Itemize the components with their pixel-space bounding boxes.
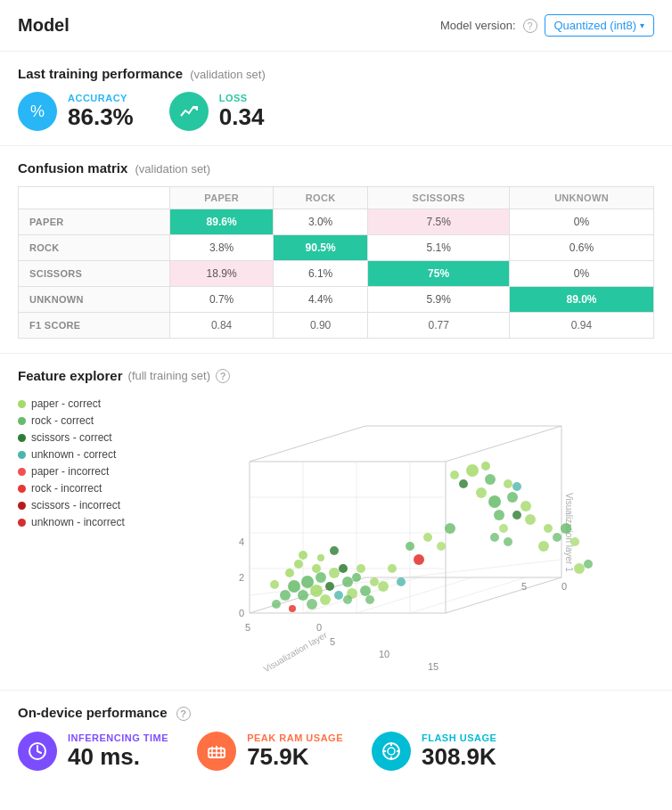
svg-text:5: 5	[245, 622, 250, 633]
svg-line-96	[37, 751, 41, 753]
svg-point-78	[504, 537, 512, 546]
legend-label: unknown - correct	[31, 448, 116, 461]
svg-point-92	[437, 542, 446, 551]
svg-point-57	[343, 595, 352, 604]
legend-item-paper-correct: paper - correct	[18, 397, 134, 410]
svg-point-87	[414, 554, 424, 565]
legend-label: paper - incorrect	[31, 465, 109, 478]
svg-point-46	[312, 564, 321, 573]
accuracy-value: 86.3%	[68, 103, 134, 131]
svg-point-70	[481, 462, 490, 470]
ondevice-performance-section: On-device performance ? INFERENCING TIME…	[0, 691, 672, 785]
svg-point-90	[423, 533, 432, 542]
feature-content: paper - correct rock - correct scissors …	[18, 390, 654, 675]
svg-point-72	[499, 524, 508, 533]
inferencing-time-metric: INFERENCING TIME 40 ms.	[18, 732, 168, 771]
svg-point-73	[512, 511, 521, 520]
flash-usage-label: FLASH USAGE	[422, 732, 496, 743]
svg-point-37	[316, 572, 326, 583]
inferencing-time-value: 40 ms.	[68, 743, 168, 771]
table-row-f1: F1 SCORE 0.84 0.90 0.77 0.94	[19, 313, 654, 339]
svg-point-66	[488, 495, 501, 508]
svg-point-58	[370, 577, 379, 586]
legend-label: rock - incorrect	[31, 482, 102, 495]
col-header-empty	[19, 187, 170, 209]
perf-metrics-row: INFERENCING TIME 40 ms. PEAK RAM USAGE	[18, 732, 654, 771]
legend-item-rock-correct: rock - correct	[18, 414, 134, 427]
svg-line-9	[250, 426, 365, 462]
svg-point-82	[544, 524, 553, 533]
legend-dot	[18, 502, 26, 510]
svg-point-51	[352, 573, 361, 582]
model-version-section: Model version: ? Quantized (int8) ▾	[440, 14, 654, 37]
cell-paper-paper: 89.6%	[170, 209, 274, 235]
svg-point-77	[525, 514, 536, 525]
row-label-paper: PAPER	[19, 209, 170, 235]
inferencing-time-icon	[18, 732, 57, 771]
cell-unknown-unknown: 89.0%	[510, 287, 654, 313]
peak-ram-metric: PEAK RAM USAGE 75.9K	[197, 732, 343, 771]
cell-scissors-unknown: 0%	[510, 261, 654, 287]
svg-point-49	[339, 564, 348, 573]
chevron-down-icon: ▾	[640, 20, 644, 30]
svg-point-35	[298, 590, 308, 601]
svg-point-86	[584, 560, 593, 569]
svg-point-83	[561, 523, 571, 534]
svg-point-36	[310, 585, 323, 597]
legend-dot	[18, 485, 26, 493]
legend-label: rock - correct	[31, 414, 94, 427]
svg-text:5: 5	[521, 581, 527, 592]
legend-dot	[18, 468, 26, 476]
legend-dot	[18, 519, 26, 527]
svg-point-88	[388, 564, 397, 573]
svg-point-79	[450, 470, 459, 479]
feature-help-icon[interactable]: ?	[216, 369, 230, 383]
accuracy-label: ACCURACY	[68, 93, 134, 103]
svg-text:15: 15	[428, 661, 438, 672]
svg-point-54	[317, 554, 324, 561]
cell-f1-rock: 0.90	[274, 313, 368, 339]
table-row: SCISSORS 18.9% 6.1% 75% 0%	[19, 261, 654, 287]
cell-rock-unknown: 0.6%	[510, 235, 654, 261]
svg-point-85	[574, 563, 585, 574]
ondevice-help-icon[interactable]: ?	[176, 707, 191, 721]
training-performance-section: Last training performance (validation se…	[0, 52, 672, 146]
svg-point-80	[538, 541, 549, 552]
svg-text:0: 0	[561, 581, 567, 592]
svg-line-8	[446, 426, 561, 462]
legend-item-unknown-correct: unknown - correct	[18, 448, 134, 461]
legend-label: scissors - correct	[31, 431, 112, 444]
svg-point-106	[388, 748, 395, 755]
feature-explorer-title: Feature explorer (full training set) ?	[18, 368, 654, 383]
svg-point-65	[476, 487, 487, 498]
row-label-unknown: UNKNOWN	[19, 287, 170, 313]
legend-item-scissors-incorrect: scissors - incorrect	[18, 499, 134, 511]
cell-scissors-rock: 6.1%	[274, 261, 368, 287]
legend-label: unknown - incorrect	[31, 516, 125, 528]
svg-point-39	[285, 569, 294, 577]
model-version-help-icon[interactable]: ?	[523, 19, 537, 33]
ondevice-title: On-device performance ?	[18, 705, 654, 721]
confusion-matrix-table: PAPER ROCK SCISSORS UNKNOWN PAPER 89.6% …	[18, 186, 654, 339]
peak-ram-label: PEAK RAM USAGE	[247, 732, 343, 743]
model-version-button[interactable]: Quantized (int8) ▾	[545, 14, 655, 37]
cell-unknown-rock: 4.4%	[274, 287, 368, 313]
table-row: UNKNOWN 0.7% 4.4% 5.9% 89.0%	[19, 287, 654, 313]
svg-point-91	[445, 523, 455, 534]
row-label-rock: ROCK	[19, 235, 170, 261]
table-row: PAPER 89.6% 3.0% 7.5% 0%	[19, 209, 654, 235]
svg-point-60	[378, 581, 389, 592]
legend-dot	[18, 451, 26, 459]
svg-point-52	[299, 551, 307, 560]
loss-value: 0.34	[219, 103, 265, 131]
legend-label: paper - correct	[31, 397, 101, 410]
legend-dot	[18, 400, 26, 408]
svg-point-44	[272, 600, 281, 609]
svg-point-33	[288, 580, 300, 593]
svg-point-69	[459, 479, 468, 488]
col-header-paper: PAPER	[170, 187, 274, 209]
model-version-value: Quantized (int8)	[554, 19, 637, 32]
cell-rock-paper: 3.8%	[170, 235, 274, 261]
svg-point-47	[334, 591, 343, 600]
svg-text:Visualization layer: Visualization layer	[262, 629, 330, 674]
